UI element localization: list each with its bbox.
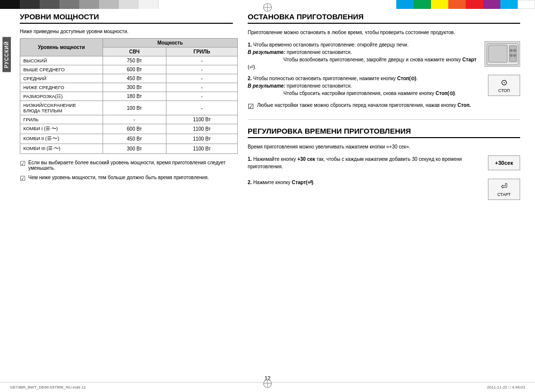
table-cell-svch: 600 Вт — [103, 124, 166, 134]
stop-btn-box: ⊙ СТОП — [488, 75, 520, 96]
table-cell-level: ВЫШЕ СРЕДНЕГО — [20, 65, 103, 74]
microwave-illustration — [484, 41, 520, 71]
table-cell-gril: 1100 Вт — [166, 134, 237, 144]
color-bar-2 — [20, 0, 40, 9]
stop-step-1-container: 1. Чтобы временно остановить приготовлен… — [248, 41, 520, 71]
table-cell-svch: - — [103, 115, 166, 124]
top-bars-left — [0, 0, 268, 9]
stop-result-label-1: В результате: — [248, 49, 285, 55]
color-bar-5 — [79, 0, 99, 9]
color-bar-cyan — [396, 0, 414, 9]
stop-btn-label: СТОП — [498, 88, 510, 93]
svg-point-8 — [510, 54, 513, 57]
time-step-1-num: 1. — [248, 156, 252, 162]
stop-result-extra-2: Чтобы сбросить настройки приготовления, … — [248, 91, 456, 96]
stop-section-intro: Приготовление можно остановить в любое в… — [248, 29, 520, 36]
table-cell-svch: 600 Вт — [103, 65, 166, 74]
table-cell-gril: - — [166, 83, 237, 92]
notes-section: ☑ Если вы выбираете более высокий уровен… — [20, 160, 233, 182]
table-cell-gril: 1100 Вт — [166, 115, 237, 124]
color-bar-4 — [59, 0, 79, 9]
left-section-title: УРОВНИ МОЩНОСТИ — [20, 12, 233, 24]
color-bar-red — [466, 0, 483, 9]
color-bar-blue — [500, 0, 518, 9]
note-2: ☑ Чем ниже уровень мощности, тем больше … — [20, 175, 233, 182]
table-cell-svch: 750 Вт — [103, 56, 166, 65]
stop-step-2-num: 2. — [248, 76, 252, 81]
color-bar-white — [518, 0, 535, 9]
table-row: КОМБИ II (☰·〜) 450 Вт 1100 Вт — [20, 134, 238, 144]
stop-section-title: ОСТАНОВКА ПРИГОТОВЛЕНИЯ — [248, 12, 520, 24]
stop-button-illustration: ⊙ СТОП — [488, 75, 520, 98]
time-step-1: 1. Нажимайте кнопку +30 сек так, чтобы с… — [248, 155, 484, 173]
svg-point-9 — [513, 54, 516, 57]
svg-point-6 — [510, 49, 513, 52]
note-2-text: Чем ниже уровень мощности, тем больше до… — [28, 175, 209, 180]
table-cell-gril: 1100 Вт — [166, 144, 237, 154]
crosshair-top — [263, 3, 272, 13]
color-bar-purple — [483, 0, 500, 9]
table-row: СРЕДНИЙ 450 Вт - — [20, 74, 238, 83]
stop-result-extra-1: Чтобы возобновить приготовление, закройт… — [248, 57, 477, 70]
note-icon-1: ☑ — [20, 160, 26, 167]
table-cell-gril: - — [166, 101, 237, 115]
stop-section: ОСТАНОВКА ПРИГОТОВЛЕНИЯ Приготовление мо… — [248, 12, 520, 110]
time-step-2-container: 2. Нажмите кнопку Старт(⏎). ⏎ СТАРТ — [248, 179, 520, 202]
time-step-2-num: 2. — [248, 180, 252, 185]
footer-right: 2011-11-22 □ 4:48:03 — [487, 385, 525, 390]
table-cell-level: СРЕДНИЙ — [20, 74, 103, 83]
start-btn-label: СТАРТ — [497, 192, 511, 197]
table-cell-gril: - — [166, 92, 237, 101]
color-bar-6 — [99, 0, 119, 9]
stop-note-container: ☑ Любые настройки также можно сбросить п… — [248, 102, 520, 110]
table-cell-level: НИЗКИЙ/СОХРАНЕНИЕБЛЮДА ТЕПЛЫМ — [20, 101, 103, 115]
stop-btn-symbol: ⊙ — [490, 78, 518, 87]
stop-step-1-num: 1. — [248, 42, 252, 48]
start-btn-box: ⏎ СТАРТ — [488, 179, 520, 200]
table-cell-level: КОМБИ I (☰·〜) — [20, 124, 103, 134]
table-cell-gril: 1100 Вт — [166, 124, 237, 134]
left-column: РУССКИЙ УРОВНИ МОЩНОСТИ Ниже приведены д… — [15, 12, 233, 380]
table-cell-svch: 100 Вт — [103, 101, 166, 115]
table-row: ВЫШЕ СРЕДНЕГО 600 Вт - — [20, 65, 238, 74]
color-bar-7 — [119, 0, 139, 9]
plus30-button-illustration: +30сек — [488, 155, 520, 173]
stop-note-text: Любые настройки также можно сбросить пер… — [257, 102, 471, 108]
table-cell-level: НИЖЕ СРЕДНЕГО — [20, 83, 103, 92]
table-cell-level: КОМБИ III (☰·〜) — [20, 144, 103, 154]
table-row: ГРИЛЬ - 1100 Вт — [20, 115, 238, 124]
stop-result-text-2: приготовление остановится. — [287, 83, 352, 89]
microwave-image — [484, 41, 520, 67]
table-cell-svch: 450 Вт — [103, 134, 166, 144]
table-cell-level: ВЫСОКИЙ — [20, 56, 103, 65]
table-header-level: Уровень мощности — [20, 39, 103, 56]
table-cell-level: ГРИЛЬ — [20, 115, 103, 124]
table-cell-level: КОМБИ II (☰·〜) — [20, 134, 103, 144]
time-section-title: РЕГУЛИРОВКА ВРЕМЕНИ ПРИГОТОВЛЕНИЯ — [248, 127, 520, 138]
stop-step-2-text: Чтобы полностью остановить приготовление… — [253, 76, 418, 81]
stop-step-1: 1. Чтобы временно остановить приготовлен… — [248, 41, 481, 71]
table-cell-gril: - — [166, 65, 237, 74]
table-row: ВЫСОКИЙ 750 Вт - — [20, 56, 238, 65]
power-table: Уровень мощности Мощность СВЧ ГРИЛЬ ВЫСО… — [20, 38, 238, 154]
table-cell-svch: 300 Вт — [103, 144, 166, 154]
table-subheader-svch: СВЧ — [103, 48, 166, 56]
svg-rect-4 — [488, 45, 507, 62]
table-cell-svch: 300 Вт — [103, 83, 166, 92]
stop-step-2-container: 2. Чтобы полностью остановить приготовле… — [248, 75, 520, 98]
table-subheader-gril: ГРИЛЬ — [166, 48, 237, 56]
time-step-1-text: Нажимайте кнопку +30 сек так, чтобы с ка… — [248, 156, 462, 169]
sidebar-label: РУССКИЙ — [2, 37, 11, 72]
table-row: НИЖЕ СРЕДНЕГО 300 Вт - — [20, 83, 238, 92]
plus30-btn-box: +30сек — [488, 155, 520, 170]
left-section-intro: Ниже приведены доступные уровни мощности… — [20, 29, 233, 34]
color-bar-green — [414, 0, 431, 9]
footer-bar: GE73BR_BWT_DE68-03796K_RU.indd 12 2011-1… — [0, 382, 535, 392]
table-cell-gril: - — [166, 74, 237, 83]
time-step-2-text: Нажмите кнопку Старт(⏎). — [253, 180, 315, 185]
table-cell-svch: 450 Вт — [103, 74, 166, 83]
top-bars-right — [268, 0, 535, 9]
table-row: КОМБИ III (☰·〜) 300 Вт 1100 Вт — [20, 144, 238, 154]
svg-point-7 — [513, 49, 516, 52]
stop-step-2: 2. Чтобы полностью остановить приготовле… — [248, 75, 484, 98]
